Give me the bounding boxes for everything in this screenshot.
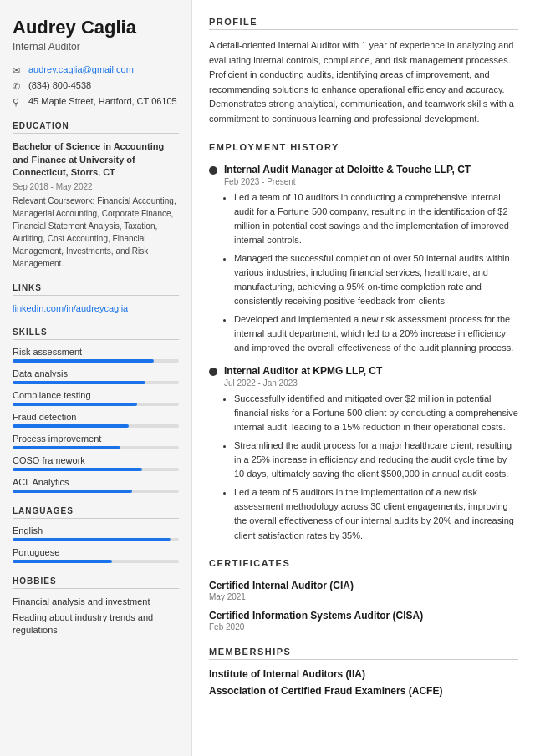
hobby-item: Reading about industry trends and regula… (13, 611, 179, 637)
skill-bar-fill (13, 359, 154, 363)
edu-degree: Bachelor of Science in Accounting and Fi… (13, 140, 179, 179)
job-bullet: Led a team of 10 auditors in conducting … (234, 190, 518, 247)
phone-icon: ✆ (13, 81, 24, 92)
employment-section-title: EMPLOYMENT HISTORY (209, 142, 518, 155)
skill-item: COSO framework (13, 455, 179, 471)
job-bullet: Led a team of 5 auditors in the implemen… (234, 485, 518, 542)
skill-item: Data analysis (13, 368, 179, 384)
lang-bar-fill (13, 560, 112, 563)
employment-list: Internal Audit Manager at Deloitte & Tou… (209, 164, 518, 543)
courses-text: Financial Accounting, Managerial Account… (13, 196, 176, 268)
hobbies-section-title: HOBBIES (13, 576, 179, 589)
skill-bar-bg (13, 446, 179, 449)
contact-address: ⚲ 45 Maple Street, Hartford, CT 06105 (13, 96, 179, 108)
skill-name: Fraud detection (13, 412, 179, 422)
job-bullet: Managed the successful completion of ove… (234, 251, 518, 308)
skill-bar-fill (13, 424, 129, 428)
lang-bar-fill (13, 538, 171, 541)
job-entry: Internal Auditor at KPMG LLP, CT Jul 202… (209, 365, 518, 542)
education-section-title: EDUCATION (13, 121, 179, 134)
edu-courses: Relevant Coursework: Financial Accountin… (13, 195, 179, 270)
profile-text: A detail-oriented Internal Auditor with … (209, 38, 518, 127)
skill-bar-fill (13, 403, 137, 406)
certificates-section-title: CERTIFICATES (209, 558, 518, 571)
email-icon: ✉ (13, 65, 24, 76)
resume-container: Audrey Caglia Internal Auditor ✉ audrey.… (0, 0, 535, 756)
job-header: Internal Audit Manager at Deloitte & Tou… (209, 164, 518, 175)
job-dates: Jul 2022 - Jan 2023 (224, 378, 518, 388)
job-header: Internal Auditor at KPMG LLP, CT (209, 365, 518, 377)
job-dot (209, 166, 217, 175)
location-icon: ⚲ (13, 97, 24, 108)
edu-dates: Sep 2018 - May 2022 (13, 182, 179, 191)
skill-bar-bg (13, 403, 179, 406)
sidebar: Audrey Caglia Internal Auditor ✉ audrey.… (0, 0, 192, 756)
language-item: English (13, 525, 179, 541)
skill-name: COSO framework (13, 455, 179, 465)
memberships-section-title: MEMBERSHIPS (209, 647, 518, 660)
skill-bar-fill (13, 490, 132, 493)
linkedin-link-container: linkedin.com/in/audreycaglia (13, 302, 179, 314)
membership-entry: Institute of Internal Auditors (IIA) (209, 668, 518, 680)
contact-phone: ✆ (834) 800-4538 (13, 80, 179, 92)
skill-bar-fill (13, 468, 142, 471)
skill-name: Process improvement (13, 434, 179, 444)
lang-bar-bg (13, 560, 179, 563)
links-section-title: LINKS (13, 283, 179, 296)
skill-bar-bg (13, 359, 179, 363)
hobbies-list: Financial analysis and investmentReading… (13, 596, 179, 637)
language-item: Portuguese (13, 547, 179, 563)
profile-section-title: PROFILE (209, 17, 518, 30)
skill-bar-bg (13, 381, 179, 384)
skill-name: Compliance testing (13, 390, 179, 400)
job-bullet: Streamlined the audit process for a majo… (234, 439, 518, 481)
language-name: English (13, 525, 179, 535)
certificate-entry: Certified Information Systems Auditor (C… (209, 610, 518, 632)
job-bullets: Successfully identified and mitigated ov… (224, 392, 518, 542)
memberships-list: Institute of Internal Auditors (IIA)Asso… (209, 668, 518, 697)
contact-email: ✉ audrey.caglia@gmail.com (13, 64, 179, 76)
linkedin-link[interactable]: linkedin.com/in/audreycaglia (13, 303, 128, 313)
cert-name: Certified Information Systems Auditor (C… (209, 610, 518, 622)
skill-name: Risk assessment (13, 347, 179, 357)
phone-number: (834) 800-4538 (28, 80, 91, 90)
certificate-entry: Certified Internal Auditor (CIA) May 202… (209, 580, 518, 601)
skill-name: Data analysis (13, 368, 179, 378)
job-title: Internal Audit Manager at Deloitte & Tou… (224, 164, 471, 175)
skills-section-title: SKILLS (13, 327, 179, 340)
address-text: 45 Maple Street, Hartford, CT 06105 (28, 96, 177, 106)
skill-bar-fill (13, 446, 120, 449)
job-dates: Feb 2023 - Present (224, 177, 518, 186)
courses-label: Relevant Coursework: (13, 196, 94, 205)
hobby-item: Financial analysis and investment (13, 596, 179, 608)
languages-list: English Portuguese (13, 525, 179, 563)
job-title: Internal Auditor at KPMG LLP, CT (224, 365, 382, 377)
job-dot (209, 368, 217, 376)
certificates-list: Certified Internal Auditor (CIA) May 202… (209, 580, 518, 632)
membership-entry: Association of Certified Fraud Examiners… (209, 685, 518, 697)
skill-item: Compliance testing (13, 390, 179, 406)
job-entry: Internal Audit Manager at Deloitte & Tou… (209, 164, 518, 356)
job-bullet: Successfully identified and mitigated ov… (234, 392, 518, 434)
cert-name: Certified Internal Auditor (CIA) (209, 580, 518, 591)
main-content: PROFILE A detail-oriented Internal Audit… (192, 0, 535, 756)
skill-bar-bg (13, 468, 179, 471)
skills-list: Risk assessment Data analysis Compliance… (13, 347, 179, 493)
skill-bar-fill (13, 381, 145, 384)
cert-date: May 2021 (209, 592, 518, 601)
languages-section-title: LANGUAGES (13, 506, 179, 519)
skill-item: Risk assessment (13, 347, 179, 363)
job-bullet: Developed and implemented a new risk ass… (234, 312, 518, 355)
skill-item: Process improvement (13, 434, 179, 449)
lang-bar-bg (13, 538, 179, 541)
email-link[interactable]: audrey.caglia@gmail.com (28, 64, 134, 74)
candidate-title: Internal Auditor (13, 41, 179, 53)
candidate-name: Audrey Caglia (13, 17, 179, 38)
skill-item: Fraud detection (13, 412, 179, 428)
skill-bar-bg (13, 490, 179, 493)
skill-name: ACL Analytics (13, 477, 179, 487)
skill-item: ACL Analytics (13, 477, 179, 493)
skill-bar-bg (13, 424, 179, 428)
cert-date: Feb 2020 (209, 622, 518, 632)
language-name: Portuguese (13, 547, 179, 557)
